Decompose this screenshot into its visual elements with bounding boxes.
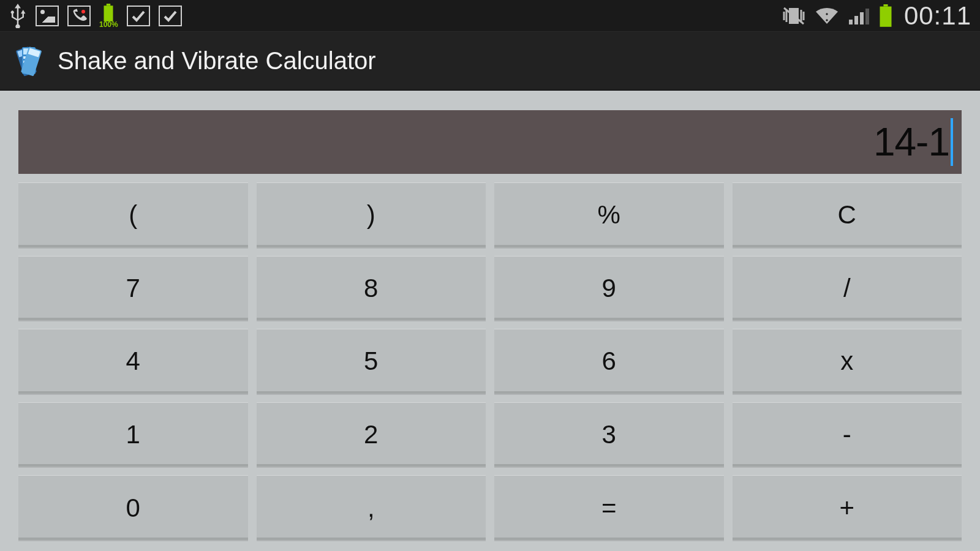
svg-rect-8 xyxy=(883,4,888,7)
app-title: Shake and Vibrate Calculator xyxy=(58,47,376,75)
status-left-group: 100% xyxy=(9,4,182,28)
wifi-icon xyxy=(815,6,839,26)
calculator-display[interactable]: 14-1 xyxy=(18,110,962,174)
key-5[interactable]: 5 xyxy=(257,329,486,394)
svg-rect-9 xyxy=(880,6,891,26)
app-bar: Shake and Vibrate Calculator xyxy=(0,32,980,91)
key-open-paren[interactable]: ( xyxy=(18,182,248,247)
svg-rect-6 xyxy=(860,12,864,24)
key-1[interactable]: 1 xyxy=(18,402,248,467)
status-right-group: 00:11 xyxy=(782,1,971,31)
svg-rect-4 xyxy=(849,20,853,24)
battery-full-icon: 100% xyxy=(99,4,118,28)
key-clear[interactable]: C xyxy=(733,182,962,247)
svg-point-0 xyxy=(81,10,85,13)
key-multiply[interactable]: x xyxy=(733,329,962,394)
usb-icon xyxy=(9,4,27,28)
svg-rect-5 xyxy=(854,16,858,24)
calculator-keypad: ( ) % C 7 8 9 / 4 5 6 x 1 2 3 - 0 , = + xyxy=(18,182,962,540)
key-percent[interactable]: % xyxy=(494,182,724,247)
display-value: 14-1 xyxy=(873,119,949,165)
key-add[interactable]: + xyxy=(733,475,962,540)
key-subtract[interactable]: - xyxy=(733,402,962,467)
status-clock: 00:11 xyxy=(904,1,971,31)
key-divide[interactable]: / xyxy=(733,256,962,321)
vibrate-mode-icon xyxy=(782,6,806,26)
key-9[interactable]: 9 xyxy=(494,256,724,321)
key-3[interactable]: 3 xyxy=(494,402,724,467)
key-equals[interactable]: = xyxy=(494,475,724,540)
calculator-body: 14-1 ( ) % C 7 8 9 / 4 5 6 x 1 2 3 - 0 ,… xyxy=(0,91,980,551)
key-close-paren[interactable]: ) xyxy=(257,182,486,247)
key-6[interactable]: 6 xyxy=(494,329,724,394)
key-4[interactable]: 4 xyxy=(18,329,248,394)
battery-percent-label: 100% xyxy=(99,21,118,28)
app-icon xyxy=(11,43,47,79)
task-done-icon xyxy=(127,6,150,26)
image-icon xyxy=(36,6,59,26)
task-done-icon-2 xyxy=(159,6,182,26)
svg-rect-2 xyxy=(104,6,113,21)
key-2[interactable]: 2 xyxy=(257,402,486,467)
key-decimal[interactable]: , xyxy=(257,475,486,540)
key-0[interactable]: 0 xyxy=(18,475,248,540)
svg-rect-1 xyxy=(107,4,110,6)
key-7[interactable]: 7 xyxy=(18,256,248,321)
battery-icon xyxy=(878,4,893,28)
key-8[interactable]: 8 xyxy=(257,256,486,321)
android-status-bar: 100% xyxy=(0,0,980,32)
text-cursor xyxy=(951,118,953,166)
svg-rect-7 xyxy=(865,9,869,24)
missed-call-icon xyxy=(67,6,91,26)
cell-signal-icon xyxy=(848,6,870,26)
